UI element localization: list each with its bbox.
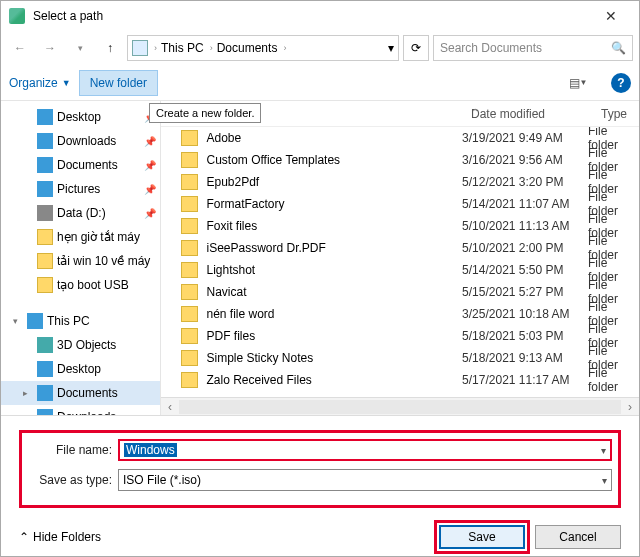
file-name: iSeePassword Dr.PDF bbox=[206, 241, 462, 255]
file-name: Simple Sticky Notes bbox=[206, 351, 462, 365]
breadcrumb-root[interactable]: This PC bbox=[161, 41, 204, 55]
tree-item-label: Documents bbox=[57, 386, 156, 400]
tree-item[interactable]: tải win 10 về máy bbox=[1, 249, 160, 273]
file-row[interactable]: Epub2Pdf5/12/2021 3:20 PMFile folder bbox=[161, 171, 639, 193]
pic-icon bbox=[37, 181, 53, 197]
doc-icon bbox=[37, 157, 53, 173]
folder-icon bbox=[181, 284, 198, 300]
folder-icon bbox=[181, 372, 198, 388]
folder-tree[interactable]: Desktop📌Downloads📌Documents📌Pictures📌Dat… bbox=[1, 101, 161, 415]
tree-item[interactable]: tạo boot USB bbox=[1, 273, 160, 297]
breadcrumb-folder[interactable]: Documents bbox=[217, 41, 278, 55]
up-button[interactable]: ↑ bbox=[97, 35, 123, 61]
desktop-icon bbox=[37, 361, 53, 377]
pc-icon bbox=[132, 40, 148, 56]
file-row[interactable]: iSeePassword Dr.PDF5/10/2021 2:00 PMFile… bbox=[161, 237, 639, 259]
file-name: Navicat bbox=[206, 285, 462, 299]
file-name: Adobe bbox=[206, 131, 462, 145]
cancel-button[interactable]: Cancel bbox=[535, 525, 621, 549]
fold-icon bbox=[37, 229, 53, 245]
back-button[interactable]: ← bbox=[7, 35, 33, 61]
file-date: 3/19/2021 9:49 AM bbox=[462, 131, 588, 145]
chevron-down-icon[interactable]: ▾ bbox=[601, 445, 606, 456]
highlighted-form: File name: Windows ▾ Save as type: ISO F… bbox=[19, 430, 621, 508]
new-folder-button[interactable]: New folder bbox=[79, 70, 158, 96]
filename-input[interactable]: Windows ▾ bbox=[118, 439, 612, 461]
file-name: PDF files bbox=[206, 329, 462, 343]
hide-folders-button[interactable]: ⌃Hide Folders bbox=[19, 530, 429, 544]
down-icon bbox=[37, 133, 53, 149]
folder-icon bbox=[181, 262, 198, 278]
file-name: Custom Office Templates bbox=[206, 153, 462, 167]
tree-item[interactable]: Downloads bbox=[1, 405, 160, 415]
desktop-icon bbox=[37, 109, 53, 125]
pin-icon: 📌 bbox=[144, 136, 156, 147]
chevron-right-icon[interactable]: › bbox=[283, 43, 286, 53]
filename-label: File name: bbox=[28, 443, 118, 457]
tree-item-label: 3D Objects bbox=[57, 338, 156, 352]
search-input[interactable]: Search Documents 🔍 bbox=[433, 35, 633, 61]
file-row[interactable]: PDF files5/18/2021 5:03 PMFile folder bbox=[161, 325, 639, 347]
file-row[interactable]: Simple Sticky Notes5/18/2021 9:13 AMFile… bbox=[161, 347, 639, 369]
file-date: 5/10/2021 11:13 AM bbox=[462, 219, 588, 233]
scroll-right-icon[interactable]: › bbox=[621, 400, 639, 414]
tree-item[interactable]: Documents📌 bbox=[1, 153, 160, 177]
saveastype-label: Save as type: bbox=[28, 473, 118, 487]
file-row[interactable]: nén file word3/25/2021 10:18 AMFile fold… bbox=[161, 303, 639, 325]
scroll-track[interactable] bbox=[179, 400, 621, 414]
tree-item[interactable]: Data (D:)📌 bbox=[1, 201, 160, 225]
search-icon: 🔍 bbox=[611, 41, 626, 55]
title-bar: Select a path ✕ bbox=[1, 1, 639, 31]
horizontal-scrollbar[interactable]: ‹ › bbox=[161, 397, 639, 415]
file-date: 5/14/2021 5:50 PM bbox=[462, 263, 588, 277]
tree-item[interactable]: Desktop📌 bbox=[1, 105, 160, 129]
file-name: Foxit files bbox=[206, 219, 462, 233]
tree-item[interactable]: ▾This PC bbox=[1, 309, 160, 333]
file-row[interactable]: Adobe3/19/2021 9:49 AMFile folder bbox=[161, 127, 639, 149]
file-row[interactable]: Zalo Received Files5/17/2021 11:17 AMFil… bbox=[161, 369, 639, 391]
tree-item[interactable]: Pictures📌 bbox=[1, 177, 160, 201]
file-date: 5/12/2021 3:20 PM bbox=[462, 175, 588, 189]
tree-item[interactable]: ▸Documents bbox=[1, 381, 160, 405]
tree-item-label: Desktop bbox=[57, 362, 156, 376]
organize-menu[interactable]: Organize▼ bbox=[9, 76, 71, 90]
file-row[interactable]: Navicat5/15/2021 5:27 PMFile folder bbox=[161, 281, 639, 303]
view-options-button[interactable]: ▤▼ bbox=[561, 72, 595, 94]
file-row[interactable]: Lightshot5/14/2021 5:50 PMFile folder bbox=[161, 259, 639, 281]
refresh-button[interactable]: ⟳ bbox=[403, 35, 429, 61]
tree-item[interactable]: Desktop bbox=[1, 357, 160, 381]
col-type[interactable]: Type bbox=[601, 107, 627, 121]
chevron-right-icon[interactable]: › bbox=[210, 43, 213, 53]
close-icon[interactable]: ✕ bbox=[591, 8, 631, 24]
scroll-left-icon[interactable]: ‹ bbox=[161, 400, 179, 414]
pin-icon: 📌 bbox=[144, 160, 156, 171]
tree-item-label: Pictures bbox=[57, 182, 140, 196]
tree-item[interactable]: Downloads📌 bbox=[1, 129, 160, 153]
file-row[interactable]: Foxit files5/10/2021 11:13 AMFile folder bbox=[161, 215, 639, 237]
nav-row: ← → ▾ ↑ ›This PC ›Documents › ▾ ⟳ Search… bbox=[1, 31, 639, 65]
file-row[interactable]: FormatFactory5/14/2021 11:07 AMFile fold… bbox=[161, 193, 639, 215]
chevron-right-icon[interactable]: › bbox=[154, 43, 157, 53]
recent-dropdown-icon[interactable]: ▾ bbox=[67, 35, 93, 61]
tree-item[interactable]: 3D Objects bbox=[1, 333, 160, 357]
help-icon[interactable]: ? bbox=[611, 73, 631, 93]
file-date: 5/14/2021 11:07 AM bbox=[462, 197, 588, 211]
form-area: File name: Windows ▾ Save as type: ISO F… bbox=[1, 415, 639, 518]
file-date: 5/18/2021 5:03 PM bbox=[462, 329, 588, 343]
app-icon bbox=[9, 8, 25, 24]
tooltip: Create a new folder. bbox=[149, 103, 261, 123]
tree-item[interactable]: hẹn giờ tắt máy bbox=[1, 225, 160, 249]
tree-item[interactable] bbox=[1, 297, 160, 309]
chevron-down-icon[interactable]: ▾ bbox=[602, 475, 607, 486]
tree-item-label: Downloads bbox=[57, 134, 140, 148]
save-button[interactable]: Save bbox=[439, 525, 525, 549]
address-bar[interactable]: ›This PC ›Documents › ▾ bbox=[127, 35, 399, 61]
folder-icon bbox=[181, 328, 198, 344]
col-date[interactable]: Date modified bbox=[471, 107, 601, 121]
saveastype-select[interactable]: ISO File (*.iso) ▾ bbox=[118, 469, 612, 491]
chevron-down-icon[interactable]: ▾ bbox=[388, 41, 394, 55]
fold-icon bbox=[37, 253, 53, 269]
file-row[interactable]: Custom Office Templates3/16/2021 9:56 AM… bbox=[161, 149, 639, 171]
doc-icon bbox=[37, 385, 53, 401]
folder-icon bbox=[181, 240, 198, 256]
